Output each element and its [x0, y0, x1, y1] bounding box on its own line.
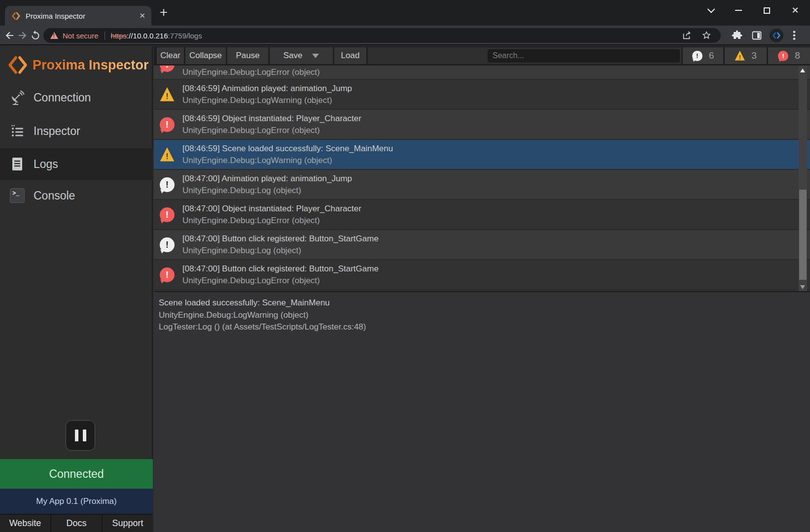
log-row[interactable]: ![08:46:59] Animation played: animation_… [154, 80, 810, 110]
proxima-favicon-icon [12, 12, 20, 20]
sidebar-item-label: Connection [34, 91, 91, 104]
clear-button[interactable]: Clear [157, 47, 184, 64]
sidebar: Proxima Inspector Connection [0, 46, 153, 532]
log-message: [08:47:00] Button click registered: Butt… [182, 263, 379, 275]
warning-count: 3 [751, 50, 757, 61]
filter-error-button[interactable]: ! 8 [768, 47, 810, 64]
info-icon: ! [160, 237, 175, 252]
proxima-extension-icon[interactable] [770, 29, 783, 42]
log-stack: UnityEngine.Debug:LogError (object) [182, 125, 361, 136]
sidebar-footer: Website Docs Support [0, 514, 153, 532]
sidebar-item-console[interactable]: >_ Console [0, 180, 153, 211]
log-stack: UnityEngine.Debug:LogError (object) [182, 66, 320, 78]
proxima-logo-icon [8, 55, 28, 75]
error-count: 8 [795, 50, 800, 61]
sidebar-item-inspector[interactable]: Inspector [0, 115, 153, 147]
log-stack: UnityEngine.Debug:Log (object) [182, 245, 379, 257]
list-icon [10, 124, 25, 138]
filter-info-button[interactable]: ! 6 [683, 47, 723, 64]
log-detail-pane: Scene loaded successfully: Scene_MainMen… [154, 291, 810, 532]
log-message: [08:46:59] Object instantiated: Player_C… [182, 113, 361, 125]
warning-icon: ! [160, 87, 175, 102]
browser-titlebar: Proxima Inspector ✕ + ✕ [0, 0, 810, 26]
info-icon: ! [160, 177, 175, 192]
error-filter-icon: ! [778, 51, 788, 61]
scroll-up-icon[interactable] [800, 68, 805, 72]
app-info-label: My App 0.1 (Proxima) [36, 497, 116, 506]
log-stack: UnityEngine.Debug:LogError (object) [182, 215, 361, 227]
log-message: [08:46:59] Animation played: animation_J… [182, 83, 352, 95]
window-minimize-icon[interactable] [732, 5, 745, 16]
app-info-bar: My App 0.1 (Proxima) [0, 489, 153, 514]
window-maximize-icon[interactable] [760, 5, 774, 16]
reload-icon[interactable] [30, 30, 41, 41]
search-input[interactable] [488, 49, 680, 63]
scroll-down-icon[interactable] [800, 285, 805, 289]
pause-button[interactable]: Pause [227, 47, 268, 64]
share-icon[interactable] [681, 30, 692, 41]
log-stack: UnityEngine.Debug:LogError (object) [182, 275, 379, 287]
url-scheme: https [111, 32, 127, 40]
log-stack: UnityEngine.Debug:LogWarning (object) [182, 155, 393, 166]
new-tab-button[interactable]: + [160, 5, 168, 20]
log-list: !UnityEngine.Debug:LogError (object)![08… [154, 66, 810, 291]
detail-stack-line: UnityEngine.Debug:LogWarning (object) [159, 309, 810, 322]
log-row[interactable]: ![08:47:00] Object instantiated: Player_… [154, 200, 810, 230]
filter-warning-button[interactable]: ! 3 [725, 47, 767, 64]
log-row[interactable]: !UnityEngine.Debug:LogError (object) [154, 66, 810, 80]
error-icon: ! [160, 267, 175, 282]
log-scrollbar[interactable] [799, 66, 807, 291]
forward-icon[interactable] [16, 30, 28, 41]
window-chevron-down-icon[interactable] [704, 5, 718, 16]
scrollbar-thumb[interactable] [799, 190, 807, 280]
not-secure-label: Not secure [63, 32, 99, 40]
docs-link[interactable]: Docs [51, 515, 102, 532]
url-path: :7759/logs [168, 32, 202, 40]
log-message: [08:47:00] Object instantiated: Player_C… [182, 203, 361, 215]
connection-status-bar: Connected [0, 459, 153, 489]
log-row[interactable]: ![08:46:59] Scene loaded successfully: S… [154, 140, 810, 170]
pause-stream-button[interactable] [66, 420, 95, 451]
sidebar-item-logs[interactable]: Logs [0, 148, 153, 180]
website-link[interactable]: Website [0, 515, 50, 532]
satellite-dish-icon [10, 90, 25, 105]
detail-stack-line: LogTester:Log () (at Assets/TestScripts/… [159, 321, 810, 333]
log-row[interactable]: ![08:47:00] Animation played: animation_… [154, 170, 810, 200]
save-menu-caret-icon[interactable] [312, 54, 319, 58]
browser-menu-kebab-icon[interactable]: ••• [791, 30, 798, 40]
tab-close-icon[interactable]: ✕ [139, 11, 145, 20]
support-link[interactable]: Support [103, 515, 153, 532]
log-row[interactable]: ![08:46:59] Object instantiated: Player_… [154, 110, 810, 140]
address-bar[interactable]: Not secure https://10.0.0.216:7759/logs [43, 28, 721, 43]
window-close-icon[interactable]: ✕ [788, 5, 802, 16]
log-message: [08:47:00] Animation played: animation_J… [182, 173, 352, 185]
pause-icon [75, 430, 78, 441]
error-icon: ! [160, 66, 175, 72]
extensions-puzzle-icon[interactable] [731, 30, 743, 41]
sidebar-item-label: Logs [34, 158, 58, 171]
warning-filter-icon: ! [735, 51, 745, 61]
brand-title: Proxima Inspector [33, 58, 149, 73]
log-stack: UnityEngine.Debug:LogWarning (object) [182, 95, 352, 106]
info-count: 6 [709, 50, 714, 61]
side-panel-icon[interactable] [751, 30, 763, 41]
log-row[interactable]: ![08:47:00] Button click registered: But… [154, 230, 810, 260]
browser-navbar: Not secure https://10.0.0.216:7759/logs … [0, 26, 810, 45]
save-button[interactable]: Save [270, 47, 333, 64]
log-message: [08:46:59] Scene loaded successfully: Sc… [182, 143, 393, 155]
error-icon: ! [160, 117, 175, 132]
connection-status-label: Connected [49, 467, 104, 481]
sidebar-item-label: Inspector [34, 125, 80, 138]
document-icon [10, 157, 25, 171]
sidebar-item-connection[interactable]: Connection [0, 82, 153, 113]
omnibox-divider [105, 32, 105, 40]
bookmark-star-icon[interactable] [701, 30, 712, 41]
back-icon[interactable] [4, 30, 16, 41]
load-button[interactable]: Load [334, 47, 366, 64]
collapse-button[interactable]: Collapse [185, 47, 226, 64]
terminal-icon: >_ [10, 188, 25, 203]
log-row[interactable]: ![08:47:00] Button click registered: But… [154, 260, 810, 290]
warning-icon: ! [160, 147, 175, 162]
browser-tab[interactable]: Proxima Inspector ✕ [5, 6, 151, 26]
log-message: [08:47:00] Button click registered: Butt… [182, 233, 379, 245]
